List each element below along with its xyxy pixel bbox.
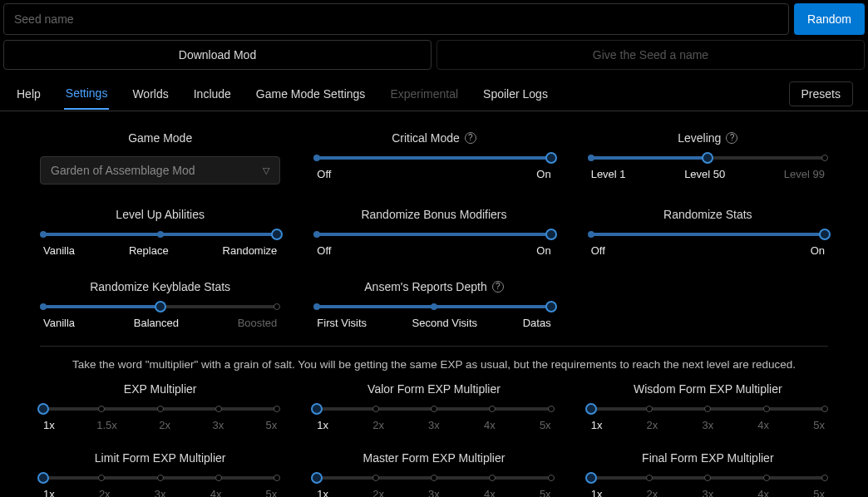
slider-thumb[interactable]: [155, 301, 166, 312]
slider-keyblade-stats[interactable]: [43, 305, 277, 308]
setting-leveling: Leveling? Level 1Level 50Level 99: [588, 131, 828, 185]
slider-level-up-abilities[interactable]: [43, 233, 277, 236]
tick: 5x: [813, 488, 825, 497]
slider-thumb[interactable]: [311, 403, 323, 415]
select-value: Garden of Assemblage Mod: [51, 164, 195, 177]
exp-valor: Valor Form EXP Multiplier 1x2x3x4x5x: [313, 382, 554, 431]
slider-thumb[interactable]: [271, 229, 283, 240]
label: Valor Form EXP Multiplier: [367, 382, 501, 396]
slider-bonus-modifiers[interactable]: [317, 233, 550, 236]
tick: 2x: [647, 488, 658, 497]
slider-exp-master[interactable]: [317, 476, 550, 480]
tab-bar: Help Settings Worlds Include Game Mode S…: [0, 76, 868, 111]
slider-thumb[interactable]: [545, 229, 557, 240]
presets-button[interactable]: Presets: [789, 81, 853, 106]
tick: On: [536, 168, 550, 180]
help-icon[interactable]: ?: [492, 281, 504, 293]
slider-thumb[interactable]: [819, 229, 831, 240]
label: Wisdom Form EXP Multiplier: [634, 382, 782, 396]
tab-include[interactable]: Include: [192, 79, 233, 109]
tick: 5x: [266, 419, 278, 431]
seed-name-input[interactable]: [3, 3, 789, 35]
game-mode-select[interactable]: Garden of Assemblage Mod ▽: [40, 156, 280, 185]
tab-spoiler-logs[interactable]: Spoiler Logs: [481, 79, 550, 109]
setting-bonus-modifiers: Randomize Bonus Modifiers OffOn: [313, 208, 554, 257]
slider-thumb[interactable]: [37, 403, 49, 415]
tick: 1x: [43, 419, 55, 431]
give-seed-name-button: Give the Seed a name: [436, 40, 865, 70]
tab-game-mode-settings[interactable]: Game Mode Settings: [254, 79, 367, 109]
slider-thumb[interactable]: [585, 403, 597, 415]
tick: 1x: [317, 488, 328, 497]
tick: Datas: [523, 317, 551, 329]
slider-thumb[interactable]: [311, 472, 323, 484]
tick: 1x: [43, 488, 55, 497]
tick: 3x: [702, 488, 713, 497]
tick: 2x: [159, 419, 170, 431]
tick: Off: [317, 244, 331, 257]
chevron-down-icon: ▽: [263, 165, 269, 176]
tick: Balanced: [134, 317, 179, 329]
slider-critical[interactable]: [317, 156, 550, 160]
help-icon[interactable]: ?: [726, 132, 737, 144]
random-button[interactable]: Random: [794, 3, 865, 35]
label: Master Form EXP Multiplier: [363, 451, 506, 465]
slider-randomize-stats[interactable]: [591, 233, 825, 236]
tab-worlds[interactable]: Worlds: [131, 79, 170, 109]
tick: 1x: [591, 488, 603, 497]
setting-randomize-stats: Randomize Stats OffOn: [588, 208, 828, 257]
help-icon[interactable]: ?: [465, 132, 476, 144]
slider-reports-depth[interactable]: [317, 305, 550, 308]
exp-master: Master Form EXP Multiplier 1x2x3x4x5x: [313, 451, 554, 497]
slider-exp-wisdom[interactable]: [591, 407, 825, 411]
tick: 3x: [428, 419, 440, 431]
divider: [40, 346, 828, 347]
tab-help[interactable]: Help: [15, 79, 42, 109]
slider-exp-main[interactable]: [43, 407, 277, 411]
tick: 5x: [266, 488, 278, 497]
setting-critical-mode: Critical Mode? OffOn: [313, 131, 554, 185]
tick: On: [811, 244, 825, 257]
slider-exp-limit[interactable]: [43, 476, 277, 480]
label: EXP Multiplier: [124, 382, 197, 396]
download-mod-button[interactable]: Download Mod: [3, 40, 432, 70]
slider-exp-final[interactable]: [591, 476, 825, 480]
slider-thumb[interactable]: [545, 301, 557, 312]
tick: 4x: [757, 419, 769, 431]
label: Level Up Abilities: [116, 208, 205, 221]
tick: On: [536, 244, 550, 257]
tick: 4x: [757, 488, 769, 497]
tick: 2x: [372, 488, 384, 497]
slider-thumb[interactable]: [702, 152, 713, 164]
tick: Level 50: [684, 168, 725, 180]
slider-exp-valor[interactable]: [317, 407, 550, 411]
tick: 3x: [428, 488, 440, 497]
tick: 1x: [317, 419, 328, 431]
tick: 1.5x: [96, 419, 117, 431]
slider-thumb[interactable]: [37, 472, 49, 484]
tick: Replace: [129, 244, 169, 257]
tick: 3x: [212, 419, 224, 431]
tick: Randomize: [223, 244, 278, 257]
exp-wisdom: Wisdom Form EXP Multiplier 1x2x3x4x5x: [588, 382, 828, 431]
slider-thumb[interactable]: [585, 472, 597, 484]
tick: 3x: [155, 488, 166, 497]
setting-level-up-abilities: Level Up Abilities VanillaReplaceRandomi…: [40, 208, 280, 257]
exp-main: EXP Multiplier 1x1.5x2x3x5x: [40, 382, 280, 431]
label: Limit Form EXP Multiplier: [95, 451, 226, 465]
tick: 2x: [372, 419, 384, 431]
tab-experimental: Experimental: [388, 79, 460, 109]
setting-game-mode: Game Mode Garden of Assemblage Mod ▽: [40, 131, 280, 185]
label: Randomize Stats: [663, 208, 752, 221]
tick: 1x: [591, 419, 603, 431]
tick: Off: [591, 244, 605, 257]
exp-limit: Limit Form EXP Multiplier 1x2x3x4x5x: [40, 451, 280, 497]
label: Final Form EXP Multiplier: [642, 451, 773, 465]
tab-settings[interactable]: Settings: [64, 78, 110, 110]
slider-leveling[interactable]: [591, 156, 825, 160]
slider-thumb[interactable]: [545, 152, 557, 164]
setting-reports-depth: Ansem's Reports Depth? First VisitsSecon…: [313, 280, 554, 329]
tick: 3x: [702, 419, 713, 431]
tick: 4x: [484, 419, 496, 431]
setting-keyblade-stats: Randomize Keyblade Stats VanillaBalanced…: [40, 280, 280, 329]
